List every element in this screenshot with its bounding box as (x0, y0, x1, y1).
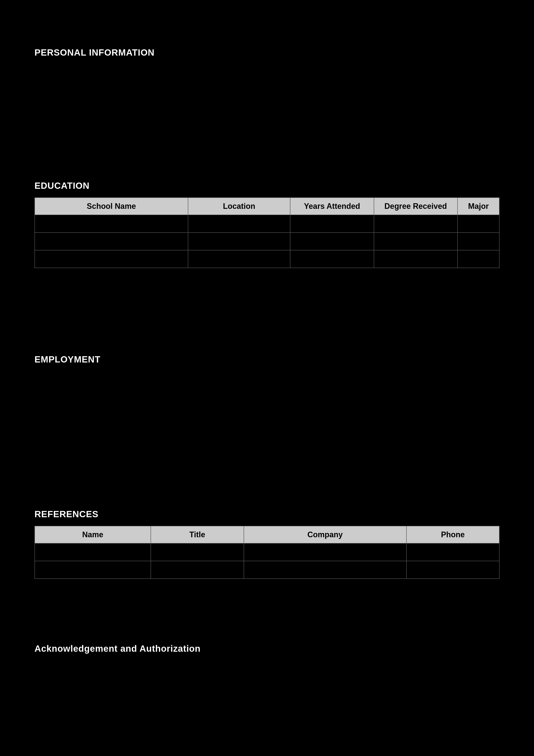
references-section: REFERENCES Name Title Company Phone (35, 509, 499, 626)
references-row-1 (35, 543, 499, 561)
education-cell-major-1 (458, 215, 499, 232)
education-cell-degree-received-1 (374, 215, 458, 232)
education-table: School Name Location Years Attended Degr… (35, 198, 499, 268)
education-cell-degree-received-3 (374, 250, 458, 268)
references-extra-space (35, 583, 499, 626)
references-header-company: Company (244, 526, 406, 543)
references-cell-title-2 (151, 561, 243, 579)
education-title: EDUCATION (35, 180, 499, 191)
education-header-school-name: School Name (35, 198, 188, 215)
acknowledgement-title: Acknowledgement and Authorization (35, 643, 499, 654)
education-cell-location-2 (188, 232, 291, 250)
education-header-degree-received: Degree Received (374, 198, 458, 215)
education-cell-school-name-2 (35, 232, 188, 250)
education-cell-school-name-3 (35, 250, 188, 268)
personal-info-title: PERSONAL INFORMATION (35, 47, 499, 58)
references-table: Name Title Company Phone (35, 526, 499, 579)
references-cell-name-1 (35, 543, 151, 561)
personal-info-content (35, 64, 499, 168)
education-cell-degree-received-2 (374, 232, 458, 250)
references-cell-company-2 (244, 561, 406, 579)
education-row-2 (35, 232, 499, 250)
education-extra-space (35, 272, 499, 341)
education-cell-major-3 (458, 250, 499, 268)
education-header-years-attended: Years Attended (290, 198, 374, 215)
references-header-name: Name (35, 526, 151, 543)
references-cell-name-2 (35, 561, 151, 579)
references-title: REFERENCES (35, 509, 499, 519)
employment-section: EMPLOYMENT (35, 354, 499, 496)
education-cell-school-name-1 (35, 215, 188, 232)
employment-title: EMPLOYMENT (35, 354, 499, 364)
education-cell-years-attended-1 (290, 215, 374, 232)
acknowledgement-section: Acknowledgement and Authorization (35, 643, 499, 756)
references-cell-title-1 (151, 543, 243, 561)
education-cell-location-1 (188, 215, 291, 232)
education-cell-years-attended-3 (290, 250, 374, 268)
references-header-title: Title (151, 526, 243, 543)
education-header-location: Location (188, 198, 291, 215)
page-container: PERSONAL INFORMATION EDUCATION School Na… (0, 0, 534, 756)
education-cell-location-3 (188, 250, 291, 268)
education-section: EDUCATION School Name Location Years Att… (35, 180, 499, 341)
education-row-3 (35, 250, 499, 268)
acknowledgement-content (35, 660, 499, 756)
references-row-2 (35, 561, 499, 579)
references-cell-phone-1 (406, 543, 499, 561)
education-cell-major-2 (458, 232, 499, 250)
education-header-major: Major (458, 198, 499, 215)
references-cell-company-1 (244, 543, 406, 561)
references-header-phone: Phone (406, 526, 499, 543)
references-cell-phone-2 (406, 561, 499, 579)
references-header-row: Name Title Company Phone (35, 526, 499, 543)
education-header-row: School Name Location Years Attended Degr… (35, 198, 499, 215)
education-cell-years-attended-2 (290, 232, 374, 250)
education-row-1 (35, 215, 499, 232)
personal-info-section: PERSONAL INFORMATION (35, 47, 499, 168)
employment-content (35, 371, 499, 496)
